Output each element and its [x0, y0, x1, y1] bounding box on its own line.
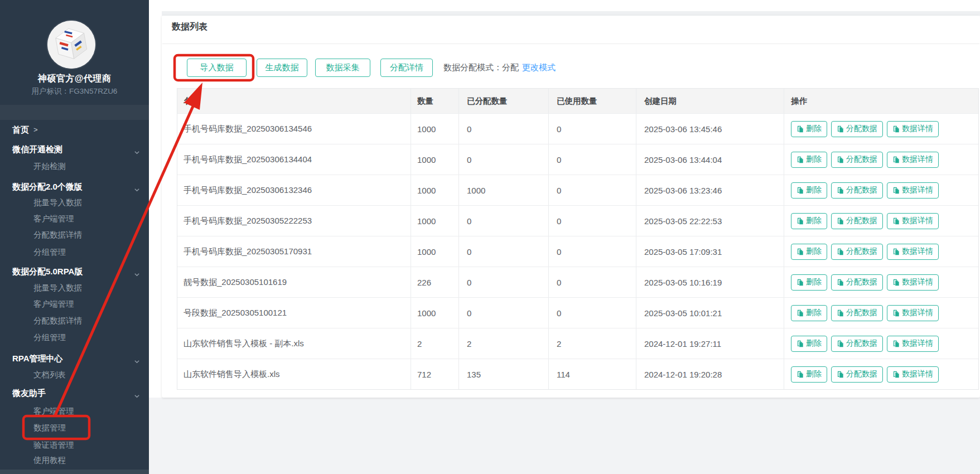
avatar	[47, 21, 95, 69]
copy-file-icon	[796, 248, 804, 255]
data-detail-button[interactable]: 数据详情	[887, 152, 939, 168]
allocate-data-button[interactable]: 分配数据	[831, 121, 883, 137]
copy-file-icon	[796, 340, 804, 347]
sidebar-item-client-mgmt-wy[interactable]: 客户端管理	[0, 404, 149, 418]
delete-button[interactable]: 删除	[791, 336, 827, 352]
row-created: 2025-03-06 13:45:46	[636, 114, 784, 144]
mode-value: 分配	[502, 62, 519, 73]
cube-logo-icon	[47, 21, 95, 69]
sidebar-item-batch-import-2[interactable]: 批量导入数据	[0, 196, 149, 209]
sidebar-divider-band	[0, 105, 149, 120]
import-data-button[interactable]: 导入数据	[187, 59, 247, 77]
allocate-data-button[interactable]: 分配数据	[831, 182, 883, 199]
sidebar-item-data-mgmt[interactable]: 数据管理	[0, 421, 149, 434]
allocate-data-button[interactable]: 分配数据	[831, 274, 883, 291]
row-created: 2025-03-05 17:09:31	[636, 236, 784, 267]
data-collect-button[interactable]: 数据采集	[315, 59, 370, 77]
allocate-data-button[interactable]: 分配数据	[831, 152, 883, 168]
chevron-down-icon	[134, 355, 140, 369]
sidebar-item-wechat-check[interactable]: 微信开通检测	[0, 143, 149, 156]
data-detail-button[interactable]: 数据详情	[887, 336, 939, 352]
sidebar-item-batch-import-5[interactable]: 批量导入数据	[0, 281, 149, 294]
delete-button[interactable]: 删除	[791, 305, 827, 321]
row-used: 0	[549, 267, 636, 297]
row-created: 2025-03-05 10:01:21	[636, 298, 784, 328]
data-detail-button[interactable]: 数据详情	[887, 244, 939, 260]
row-qty: 1000	[411, 298, 459, 328]
sidebar-item-data-alloc-5[interactable]: 数据分配5.0RPA版	[0, 265, 149, 278]
sidebar: 神硕官方@代理商 用户标识：FG3N57RZU6 首页 > 微信开通检测 开始检…	[0, 0, 149, 474]
data-detail-button[interactable]: 数据详情	[887, 274, 939, 291]
chevron-down-icon	[134, 390, 140, 403]
sidebar-item-alloc-detail-2[interactable]: 分配数据详情	[0, 228, 149, 241]
allocate-data-button[interactable]: 分配数据	[831, 305, 883, 321]
sidebar-item-data-alloc-2[interactable]: 数据分配2.0个微版	[0, 180, 149, 194]
sidebar-item-alloc-detail-5[interactable]: 分配数据详情	[0, 314, 149, 327]
data-detail-button[interactable]: 数据详情	[887, 182, 939, 199]
chevron-down-icon	[134, 183, 140, 197]
table-row: 山东软件销售导入模板.xls 712 135 114 2024-12-01 19…	[177, 359, 978, 389]
row-used: 0	[549, 175, 636, 205]
data-detail-button[interactable]: 数据详情	[887, 121, 939, 137]
sidebar-item-rpa-center[interactable]: RPA管理中心	[0, 352, 149, 365]
delete-button[interactable]: 删除	[791, 182, 827, 199]
sidebar-item-start-check[interactable]: 开始检测	[0, 159, 149, 173]
sidebar-item-group-mgmt-5[interactable]: 分组管理	[0, 331, 149, 344]
row-used: 0	[549, 114, 636, 144]
row-qty: 712	[411, 359, 459, 389]
generate-data-button[interactable]: 生成数据	[257, 59, 307, 77]
page-background-gap	[162, 11, 980, 16]
table-row: 山东软件销售导入模板 - 副本.xls 2 2 2 2024-12-01 19:…	[177, 328, 978, 359]
allocate-data-button[interactable]: 分配数据	[831, 213, 883, 229]
copy-file-icon	[837, 309, 844, 317]
row-created: 2024-12-01 19:27:11	[636, 328, 784, 359]
copy-file-icon	[837, 187, 844, 194]
sidebar-item-captcha-mgmt[interactable]: 验证语管理	[0, 438, 149, 452]
row-allocated: 0	[459, 236, 549, 267]
table-row: 手机号码库数据_20250306134546 1000 0 0 2025-03-…	[177, 113, 978, 144]
sidebar-item-group-mgmt-2[interactable]: 分组管理	[0, 245, 149, 259]
sidebar-item-client-mgmt-2[interactable]: 客户端管理	[0, 212, 149, 225]
delete-button[interactable]: 删除	[791, 152, 827, 168]
change-mode-link[interactable]: 更改模式	[522, 62, 556, 73]
copy-file-icon	[837, 156, 844, 163]
allocate-data-button[interactable]: 分配数据	[831, 244, 883, 260]
sidebar-item-doc-list[interactable]: 文档列表	[0, 368, 149, 381]
sidebar-item-weiyou-helper[interactable]: 微友助手	[0, 386, 149, 400]
card-divider	[162, 43, 979, 44]
sidebar-item-client-mgmt-5[interactable]: 客户端管理	[0, 297, 149, 311]
row-allocated: 0	[459, 206, 549, 236]
copy-file-icon	[892, 248, 900, 255]
delete-button[interactable]: 删除	[791, 244, 827, 260]
user-name: 神硕官方@代理商	[0, 73, 149, 85]
row-allocated: 0	[459, 267, 549, 297]
data-detail-button[interactable]: 数据详情	[887, 213, 939, 229]
table-row: 手机号码库数据_20250305170931 1000 0 0 2025-03-…	[177, 236, 978, 267]
table-row: 手机号码库数据_20250306134404 1000 0 0 2025-03-…	[177, 144, 978, 175]
copy-file-icon	[837, 248, 844, 255]
copy-file-icon	[796, 156, 804, 163]
page-title: 数据列表	[172, 21, 207, 33]
row-qty: 1000	[411, 206, 459, 236]
header-name: 名称	[177, 89, 411, 113]
table-row: 号段数据_20250305100121 1000 0 0 2025-03-05 …	[177, 297, 978, 328]
row-used: 0	[549, 144, 636, 175]
delete-button[interactable]: 删除	[791, 121, 827, 137]
copy-file-icon	[837, 125, 844, 133]
data-detail-button[interactable]: 数据详情	[887, 305, 939, 321]
allocate-data-button[interactable]: 分配数据	[831, 366, 883, 383]
delete-button[interactable]: 删除	[791, 213, 827, 229]
sidebar-item-home[interactable]: 首页 >	[0, 123, 149, 137]
delete-button[interactable]: 删除	[791, 366, 827, 383]
copy-file-icon	[796, 125, 804, 133]
sidebar-item-tutorial[interactable]: 使用教程	[0, 453, 149, 467]
delete-button[interactable]: 删除	[791, 274, 827, 291]
copy-file-icon	[892, 156, 900, 163]
copy-file-icon	[837, 279, 844, 286]
data-detail-button[interactable]: 数据详情	[887, 366, 939, 383]
row-used: 114	[549, 359, 636, 389]
copy-file-icon	[892, 187, 900, 194]
allocate-data-button[interactable]: 分配数据	[831, 336, 883, 352]
alloc-detail-button[interactable]: 分配详情	[380, 59, 433, 77]
copy-file-icon	[796, 309, 804, 317]
